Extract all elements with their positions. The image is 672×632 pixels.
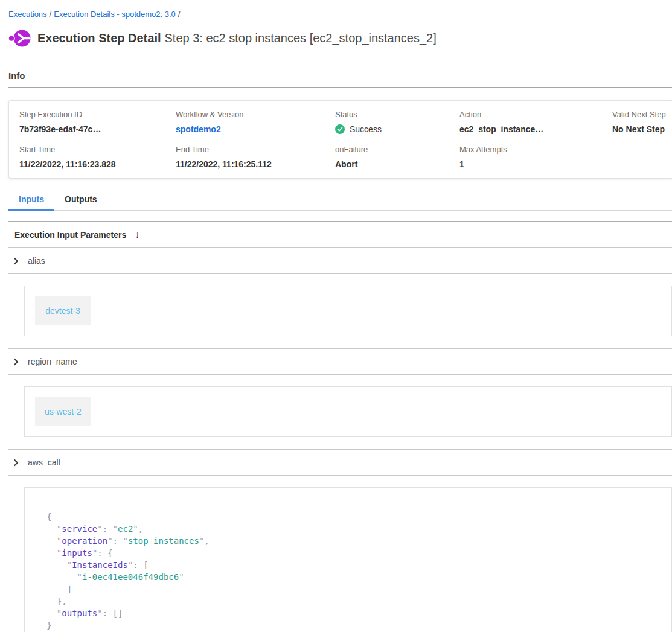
tab-inputs[interactable]: Inputs: [8, 192, 54, 210]
check-circle-icon: [335, 124, 345, 134]
breadcrumb: Executions/Execution Details - spotdemo2…: [0, 0, 672, 19]
breadcrumb-separator: /: [47, 10, 54, 19]
breadcrumb-separator: /: [176, 10, 183, 19]
execution-input-parameters-header: Execution Input Parameters ↓: [14, 229, 672, 240]
field-action: Action ec2_stop_instance…: [459, 110, 612, 134]
section-region-name-header[interactable]: region_name: [0, 349, 672, 374]
page-header: Execution Step DetailStep 3: ec2 stop in…: [8, 28, 672, 48]
section-alias-label: alias: [28, 256, 45, 266]
section-divider: [8, 475, 672, 476]
field-label: Action: [459, 110, 612, 119]
section-region-name-label: region_name: [28, 357, 77, 366]
region-name-value-panel: us-west-2: [24, 386, 672, 437]
fylamynt-logo-icon: [8, 28, 31, 48]
field-step-execution-id: Step Execution ID 7b73f93e-edaf-47c…: [19, 110, 176, 134]
json-code: { "service": "ec2", "operation": "stop_i…: [46, 511, 662, 631]
region-name-value-chip: us-west-2: [35, 397, 91, 426]
inputs-outputs-tabs: Inputs Outputs: [8, 192, 672, 211]
field-label: Start Time: [19, 145, 176, 154]
section-divider: [8, 273, 672, 274]
aws-call-code-panel: { "service": "ec2", "operation": "stop_i…: [24, 487, 672, 632]
field-label: Step Execution ID: [19, 110, 176, 119]
field-workflow-version: Workflow & Version spotdemo2: [176, 110, 335, 134]
field-label: onFailure: [335, 145, 459, 154]
section-divider: [8, 374, 672, 375]
title-divider: [8, 57, 672, 57]
down-arrow-icon[interactable]: ↓: [135, 229, 139, 240]
field-value: Abort: [335, 159, 459, 169]
section-alias-header[interactable]: alias: [0, 248, 672, 273]
field-max-attempts: Max Attempts 1: [459, 145, 612, 169]
chevron-right-icon: [12, 459, 20, 467]
breadcrumb-link-execution-details[interactable]: Execution Details - spotdemo2: 3.0: [54, 10, 176, 19]
field-end-time: End Time 11/22/2022, 11:16:25.112: [176, 145, 335, 169]
field-value: 1: [459, 159, 612, 169]
field-valid-next-step: Valid Next Step No Next Step: [612, 110, 672, 134]
field-empty: [612, 145, 672, 169]
field-label: End Time: [176, 145, 335, 154]
execution-step-detail-page: Executions/Execution Details - spotdemo2…: [0, 0, 672, 632]
chevron-right-icon: [12, 358, 20, 366]
field-value: 11/22/2022, 11:16:25.112: [176, 159, 335, 169]
field-label: Workflow & Version: [176, 110, 335, 119]
field-value: No Next Step: [612, 124, 672, 134]
field-value: ec2_stop_instance…: [459, 124, 612, 134]
field-start-time: Start Time 11/22/2022, 11:16:23.828: [19, 145, 176, 169]
page-title-main: Execution Step Detail: [37, 31, 161, 45]
alias-value-panel: devtest-3: [24, 286, 672, 336]
execution-input-parameters-label: Execution Input Parameters: [14, 230, 126, 240]
info-divider: [8, 87, 672, 88]
status-badge: Success: [335, 124, 459, 134]
field-label: Valid Next Step: [612, 110, 672, 119]
chevron-right-icon: [12, 257, 20, 265]
field-onfailure: onFailure Abort: [335, 145, 459, 169]
field-value: 7b73f93e-edaf-47c…: [19, 124, 176, 134]
alias-value-chip: devtest-3: [35, 296, 91, 325]
field-label: Max Attempts: [459, 145, 612, 154]
info-heading: Info: [8, 71, 672, 81]
field-label: Status: [335, 110, 459, 119]
field-status: Status Success: [335, 110, 459, 134]
section-aws-call-header[interactable]: aws_call: [0, 450, 672, 475]
workflow-link[interactable]: spotdemo2: [176, 124, 335, 134]
tabs-divider: [8, 221, 672, 222]
breadcrumb-link-executions[interactable]: Executions: [8, 10, 47, 19]
status-text: Success: [350, 124, 382, 134]
page-title: Execution Step DetailStep 3: ec2 stop in…: [37, 31, 437, 45]
section-aws-call-label: aws_call: [28, 458, 60, 467]
step-info-card: Step Execution ID 7b73f93e-edaf-47c… Wor…: [8, 100, 672, 179]
field-value: 11/22/2022, 11:16:23.828: [19, 159, 176, 169]
tab-outputs[interactable]: Outputs: [54, 192, 107, 210]
page-title-step: Step 3: ec2 stop instances [ec2_stop_ins…: [165, 31, 437, 45]
